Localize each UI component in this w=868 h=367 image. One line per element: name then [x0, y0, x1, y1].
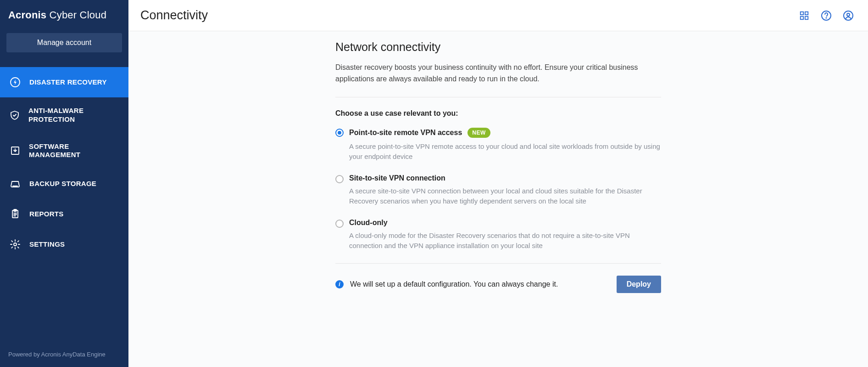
svg-point-14	[826, 17, 826, 18]
new-badge: NEW	[467, 128, 490, 138]
divider	[335, 97, 661, 97]
brand-logo: Acronis Cyber Cloud	[0, 0, 128, 33]
manage-account-button[interactable]: Manage account	[6, 33, 122, 52]
option-site-to-site-vpn-connection[interactable]: Site-to-site VPN connectionA secure site…	[335, 174, 661, 207]
info-icon: i	[335, 280, 344, 288]
sidebar-footer-text: Powered by Acronis AnyData Engine	[0, 344, 128, 367]
bolt-circle-icon	[9, 76, 21, 88]
main-area: Connectivity Network connectivity Disast…	[128, 0, 868, 367]
option-list: Point-to-site remote VPN accessNEWA secu…	[335, 128, 661, 251]
sidebar-nav: DISASTER RECOVERYANTI-MALWARE PROTECTION…	[0, 67, 128, 344]
sidebar-item-label: ANTI-MALWARE PROTECTION	[28, 107, 119, 124]
svg-rect-11	[801, 16, 803, 19]
gear-icon	[9, 238, 21, 250]
apps-icon[interactable]	[798, 10, 810, 22]
disk-icon	[9, 178, 21, 190]
footer-note: We will set up a default configuration. …	[350, 280, 558, 288]
option-desc: A secure site-to-site VPN connection bet…	[349, 186, 661, 207]
option-desc: A secure point-to-site VPN remote access…	[349, 141, 661, 162]
section-intro: Disaster recovery boosts your business c…	[335, 62, 661, 85]
sidebar-item-label: REPORTS	[29, 210, 64, 219]
sidebar-item-label: SOFTWARE MANAGEMENT	[29, 142, 119, 160]
account-icon[interactable]	[842, 10, 854, 22]
radio-button[interactable]	[335, 129, 344, 137]
sidebar-item-label: DISASTER RECOVERY	[29, 78, 107, 87]
radio-button[interactable]	[335, 220, 344, 228]
sidebar: Acronis Cyber Cloud Manage account DISAS…	[0, 0, 128, 367]
svg-rect-10	[805, 11, 808, 14]
option-cloud-only[interactable]: Cloud-onlyA cloud-only mode for the Disa…	[335, 219, 661, 251]
radio-button[interactable]	[335, 175, 344, 183]
svg-point-16	[847, 13, 850, 16]
option-point-to-site-remote-vpn-access[interactable]: Point-to-site remote VPN accessNEWA secu…	[335, 128, 661, 162]
option-title: Point-to-site remote VPN accessNEW	[349, 128, 661, 138]
sidebar-item-software-management[interactable]: SOFTWARE MANAGEMENT	[0, 133, 128, 169]
divider	[335, 263, 661, 264]
sidebar-item-label: SETTINGS	[29, 240, 65, 249]
footer-row: i We will set up a default configuration…	[335, 276, 661, 293]
content-panel: Network connectivity Disaster recovery b…	[331, 40, 666, 293]
svg-point-8	[14, 243, 17, 246]
sidebar-item-disaster-recovery[interactable]: DISASTER RECOVERY	[0, 67, 128, 97]
section-heading: Network connectivity	[335, 40, 661, 54]
sidebar-item-anti-malware-protection[interactable]: ANTI-MALWARE PROTECTION	[0, 97, 128, 133]
option-title: Site-to-site VPN connection	[349, 174, 661, 182]
clipboard-icon	[9, 208, 21, 220]
topbar: Connectivity	[128, 0, 868, 31]
help-icon[interactable]	[820, 10, 832, 22]
sidebar-item-backup-storage[interactable]: BACKUP STORAGE	[0, 169, 128, 199]
choose-prompt: Choose a use case relevant to you:	[335, 109, 661, 118]
sidebar-item-label: BACKUP STORAGE	[29, 180, 96, 188]
svg-rect-12	[805, 16, 808, 19]
option-desc: A cloud-only mode for the Disaster Recov…	[349, 231, 661, 251]
shield-check-icon	[9, 109, 20, 121]
page-title: Connectivity	[140, 8, 208, 23]
sidebar-item-settings[interactable]: SETTINGS	[0, 229, 128, 260]
topbar-actions	[798, 10, 854, 22]
deploy-button[interactable]: Deploy	[617, 276, 661, 293]
svg-rect-9	[801, 11, 803, 14]
download-box-icon	[9, 145, 21, 157]
sidebar-item-reports[interactable]: REPORTS	[0, 199, 128, 229]
option-title: Cloud-only	[349, 219, 661, 227]
